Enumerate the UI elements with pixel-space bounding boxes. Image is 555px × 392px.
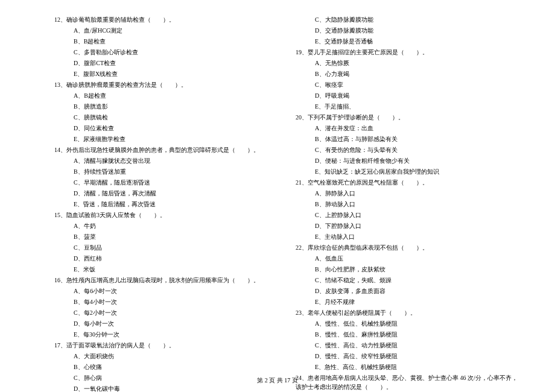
option-line: C、豆制品: [54, 243, 278, 252]
option-line: A、肺静脉入口: [296, 189, 519, 198]
question-line: 13、确诊膀胱肿瘤最重要的检查方法是（ ）。: [54, 80, 278, 89]
option-line: A、大面积烧伤: [54, 352, 278, 361]
option-line: B、慢性、低位、麻痹性肠梗阻: [296, 330, 519, 339]
page-footer: 第 2 页 共 17 页: [0, 376, 555, 385]
question-line: 16、急性颅内压增高患儿出现脑疝表现时，脱水剂的应用频率应为（ ）。: [54, 276, 278, 285]
question-line: 17、适于面罩吸氧法治疗的病人是（ ）。: [54, 341, 278, 350]
option-line: E、月经不规律: [296, 297, 519, 306]
option-line: E、知识缺乏：缺乏冠心病居家自我护理的知识: [296, 167, 519, 176]
option-line: B、膀胱造影: [54, 102, 278, 111]
option-line: B、体温过高：与肺部感染有关: [296, 134, 519, 144]
option-line: B、心力衰竭: [296, 69, 519, 78]
option-line: E、昏迷，随后清醒，再次昏迷: [54, 200, 278, 209]
option-line: D、西红柿: [54, 254, 278, 263]
option-line: A、每6小时一次: [54, 286, 278, 296]
option-line: A、清醒与朦胧状态交替出现: [54, 156, 278, 165]
option-line: E、手足搐搦、: [296, 102, 519, 111]
option-line: A、无热惊厥: [296, 58, 519, 68]
option-line: C、膀胱镜检: [54, 113, 278, 122]
option-line: C、情绪不稳定，失眠、烦躁: [296, 276, 519, 285]
option-line: E、尿液细胞学检查: [54, 134, 278, 144]
option-line: E、腹部X线检查: [54, 69, 278, 78]
right-column: C、大隐静脉瓣膜功能D、交通静脉瓣膜功能E、交通静脉是否通畅19、婴儿手足搐搦症…: [296, 15, 519, 392]
question-line: 21、空气栓塞致死亡的原因是气栓阻塞（ ）。: [296, 178, 519, 187]
question-line: 22、库欣综合征的典型临床表现不包括（ ）。: [296, 243, 519, 252]
question-line: 14、外伤后出现急性硬脑膜外血肿的患者，典型的意识障碍形式是（ ）。: [54, 145, 278, 154]
question-line: 15、隐血试验前3天病人应禁食（ ）。: [54, 210, 278, 220]
option-line: D、呼吸衰竭: [296, 91, 519, 100]
left-column: 12、确诊葡萄胎最重要的辅助检查（ ）。A、血/尿HCG测定B、B超检查C、多普…: [54, 15, 278, 392]
option-line: E、主动脉入口: [296, 232, 519, 241]
option-line: C、大隐静脉瓣膜功能: [296, 15, 519, 24]
option-line: B、肺动脉入口: [296, 200, 519, 209]
option-line: D、每小时一次: [54, 319, 278, 328]
question-line: 19、婴儿手足搐搦症的主要死亡原因是（ ）。: [296, 48, 519, 57]
option-line: C、有受伤的危险：与头晕有关: [296, 145, 519, 154]
option-line: E、急性、高位、机械性肠梗阻: [296, 362, 519, 371]
option-line: A、慢性、低位、机械性肠梗阻: [296, 319, 519, 328]
option-line: B、向心性肥胖，皮肤紫纹: [296, 265, 519, 274]
option-line: E、交通静脉是否通畅: [296, 37, 519, 46]
option-line: D、一氧化碳中毒: [54, 384, 278, 392]
option-line: B、持续性昏迷加重: [54, 167, 278, 176]
two-column-layout: 12、确诊葡萄胎最重要的辅助检查（ ）。A、血/尿HCG测定B、B超检查C、多普…: [54, 15, 519, 392]
option-line: A、低血压: [296, 254, 519, 263]
option-line: D、下腔静脉入口: [296, 221, 519, 230]
option-line: C、上腔静脉入口: [296, 210, 519, 220]
option-line: C、慢性、高位、动力性肠梗阻: [296, 341, 519, 350]
option-line: A、B超检查: [54, 91, 278, 100]
question-line: 20、下列不属于护理诊断的是（ ）。: [296, 113, 519, 122]
option-line: E、米饭: [54, 265, 278, 274]
option-line: D、交通静脉瓣膜功能: [296, 26, 519, 35]
option-line: C、每2小时一次: [54, 308, 278, 317]
question-line: 23、老年人便秘引起的肠梗阻属于（ ）。: [296, 308, 519, 317]
option-line: C、多普勒胎心听诊检查: [54, 48, 278, 57]
question-line: 12、确诊葡萄胎最重要的辅助检查（ ）。: [54, 15, 278, 24]
option-line: B、心绞痛: [54, 362, 278, 371]
option-line: D、腹部CT检查: [54, 58, 278, 68]
option-line: B、菠菜: [54, 232, 278, 241]
option-line: D、清醒，随后昏迷，再次清醒: [54, 189, 278, 198]
option-line: D、便秘：与进食粗纤维食物少有关: [296, 156, 519, 165]
option-line: C、早期清醒，随后逐渐昏迷: [54, 178, 278, 187]
option-line: D、皮肤变薄，多血质面容: [296, 286, 519, 296]
option-line: C、喉痉挛: [296, 80, 519, 89]
option-line: A、血/尿HCG测定: [54, 26, 278, 35]
option-line: B、每4小时一次: [54, 297, 278, 306]
option-line: B、B超检查: [54, 37, 278, 46]
option-line: E、每30分钟一次: [54, 330, 278, 339]
option-line: A、潜在并发症：出血: [296, 124, 519, 133]
option-line: D、慢性、高位、绞窄性肠梗阻: [296, 352, 519, 361]
option-line: D、同位素检查: [54, 124, 278, 133]
option-line: A、牛奶: [54, 221, 278, 230]
